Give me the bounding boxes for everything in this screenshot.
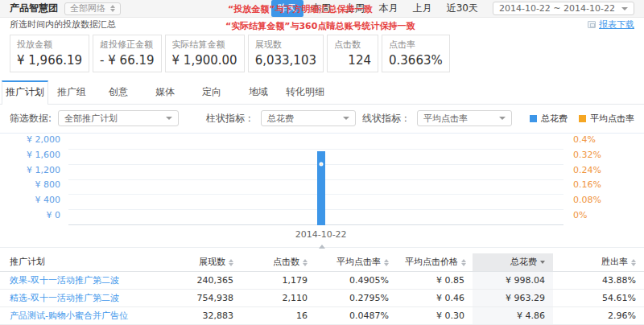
line-metric-select[interactable]: 平均点击率 [417,110,512,126]
cell: 16 [242,306,316,324]
cell: 产品测试-购物小蜜合并广告位 [0,306,166,324]
date-range-picker[interactable]: 2014-10-22 ~ 2014-10-22 [493,2,634,15]
cell: 0.2795% [316,289,397,306]
chevron-up-icon [319,245,325,249]
sub-header-row: 所选时间内的投放数据汇总 “实际结算金额”与360点睛总账号统计保持一致 报表下… [0,18,644,31]
column-header-3[interactable]: 平均点击率 [316,253,397,271]
left-axis-tick: ¥ 2,000 [27,134,60,145]
column-label: 点击数 [273,257,299,267]
cell: ¥ 0.30 [397,306,473,324]
tab-6[interactable]: 转化明细 [282,80,328,104]
stat-value: 124 [334,53,371,68]
table-row: 效果-双十一活动推广第二波240,3651,1790.4905%¥ 0.85¥ … [0,271,644,289]
cell: 1,179 [242,271,316,289]
cell: ¥ 0.85 [397,271,473,289]
stat-value: - ¥ 66.19 [100,53,154,68]
report-download-link[interactable]: 报表下载 [588,19,634,31]
gridline [68,194,564,195]
date-range-value: 2014-10-22 ~ 2014-10-22 [499,3,615,14]
column-header-5[interactable]: 总花费 [473,253,553,271]
column-label: 胜出率 [601,257,628,267]
legend-label: 平均点击率 [590,113,634,125]
gridline [68,224,564,225]
stat-value: 0.3663% [389,53,443,68]
cell: 2.96% [553,306,644,324]
tab-2[interactable]: 创意 [95,80,142,104]
sort-icon [461,259,466,266]
legend-swatch-icon [530,115,537,122]
stat-card-4: 点击数124 [327,35,378,72]
cell: ¥ 0.46 [397,289,473,306]
gridline [68,164,564,165]
tab-0[interactable]: 推广计划 [2,80,48,105]
cell: 2,110 [242,289,316,306]
summary-label: 所选时间内的投放数据汇总 [10,19,116,31]
tab-5[interactable]: 地域 [235,80,282,104]
left-axis-tick: ¥ 1,600 [27,149,60,159]
tab-3[interactable]: 媒体 [142,80,188,104]
left-axis-tick: ¥ 0 [47,210,61,220]
chevron-down-icon [343,117,349,120]
table-row: 精选-双十一活动推广第二波754,9382,1100.2795%¥ 0.46¥ … [0,289,644,306]
column-header-2[interactable]: 点击数 [242,253,316,271]
right-axis-tick: 0.08% [573,195,601,205]
top-bar: 产品智慧团 全部网络 “投放金额”与下方明细汇总保持一致 昨天本周上周本月上月近… [0,0,644,18]
sort-icon [540,261,545,264]
table-row: 产品测试-购物小蜜合并广告位32,883160.0487%¥ 0.30¥ 4.8… [0,306,644,324]
cell: 32,883 [166,306,242,324]
cell: 54.61% [553,289,644,306]
stat-value: 6,033,103 [255,53,316,68]
bar-metric-select[interactable]: 总花费 [261,110,356,126]
campaign-link[interactable]: 精选-双十一活动推广第二波 [10,293,119,303]
date-button-4[interactable]: 上月 [407,0,439,17]
cell: 754,938 [166,289,242,306]
cell: 240,365 [166,271,242,289]
campaign-table: 推广计划展现数点击数平均点击率平均点击价格总花费胜出率 效果-双十一活动推广第二… [0,253,644,325]
stat-label: 点击数 [334,39,371,51]
cell: 效果-双十一活动推广第二波 [0,271,166,289]
network-select-value: 全部网络 [70,2,105,14]
table-header-row: 推广计划展现数点击数平均点击率平均点击价格总花费胜出率 [0,253,644,271]
right-axis-tick: 0.32% [573,149,601,159]
cell: ¥ 4.86 [473,306,553,324]
left-axis-tick: ¥ 800 [35,179,61,190]
column-header-6[interactable]: 胜出率 [553,253,644,271]
left-axis-tick: ¥ 400 [35,195,61,205]
sort-icon [384,259,389,266]
product-title: 产品智慧团 [10,2,58,15]
ctr-point [319,162,323,167]
stat-label: 展现数 [255,39,316,51]
bar-metric-label: 柱状指标： [206,112,254,125]
filter-label: 筛选数据: [10,112,52,125]
annotation-top: “投放金额”与下方明细汇总保持一致 [228,3,372,15]
stat-card-3: 展现数6,033,103 [248,35,324,72]
sort-icon [631,259,636,266]
chart-collapse-toggle[interactable] [0,247,644,253]
stat-label: 投放金额 [17,39,82,51]
stat-label: 超投修正金额 [100,39,154,51]
column-header-1[interactable]: 展现数 [166,253,242,271]
column-header-0: 推广计划 [0,253,166,271]
campaign-link[interactable]: 产品测试-购物小蜜合并广告位 [10,311,128,321]
chevron-down-icon [166,117,172,120]
legend-item-0: 总花费 [530,113,568,125]
plan-filter-select[interactable]: 全部推广计划 [58,110,179,126]
trend-chart: ¥ 00%¥ 4000.08%¥ 8000.16%¥ 1,2000.24%¥ 1… [0,133,644,247]
line-metric-label: 线状指标： [362,112,411,125]
date-button-3[interactable]: 本月 [373,0,405,17]
stat-card-1: 超投修正金额- ¥ 66.19 [93,35,161,72]
column-label: 推广计划 [10,257,45,267]
legend-item-1: 平均点击率 [579,113,634,125]
tab-1[interactable]: 推广组 [48,80,95,104]
gridline [68,179,564,180]
cell: 43.88% [553,271,644,289]
right-axis-tick: 0.4% [573,134,596,145]
column-label: 总花费 [510,257,537,267]
date-button-5[interactable]: 近30天 [440,0,485,17]
column-header-4[interactable]: 平均点击价格 [397,253,473,271]
stat-label: 实际结算金额 [172,39,237,51]
cell: 0.0487% [316,306,397,324]
campaign-link[interactable]: 效果-双十一活动推广第二波 [10,275,119,286]
network-select[interactable]: 全部网络 [64,2,121,15]
tab-4[interactable]: 定向 [188,80,235,104]
